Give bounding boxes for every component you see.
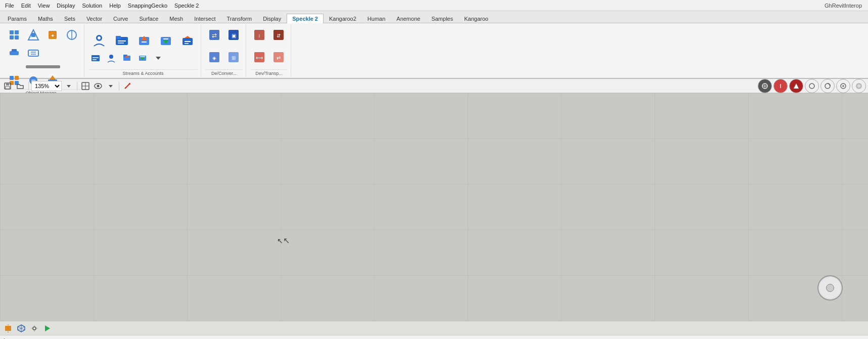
expand-icon xyxy=(153,53,163,63)
devtransp-btn-4[interactable]: ⇄ xyxy=(269,49,288,66)
svg-rect-3 xyxy=(15,35,19,39)
svg-marker-84 xyxy=(794,83,799,89)
streams-btn-1[interactable] xyxy=(88,31,110,51)
tab-params[interactable]: Params xyxy=(2,14,32,23)
devconv-btn-4[interactable]: ⊞ xyxy=(224,49,243,66)
svg-marker-36 xyxy=(185,36,191,38)
navigation-wheel[interactable] xyxy=(817,275,843,301)
canvas-area[interactable]: ↖ xyxy=(0,93,868,321)
obj-btn-4[interactable] xyxy=(63,26,81,44)
svg-text:⊞: ⊞ xyxy=(232,55,236,61)
tab-kangaroo2[interactable]: Kangaroo2 xyxy=(324,14,362,23)
rt-icon-2[interactable] xyxy=(773,79,788,93)
tab-anemone[interactable]: Anemone xyxy=(391,14,426,23)
rt-icon-5[interactable] xyxy=(820,79,835,93)
svg-marker-49 xyxy=(156,57,161,60)
group-object-management: ✦ xyxy=(2,24,84,77)
devconv-btn-1[interactable]: ⇄ xyxy=(205,26,223,44)
menu-file[interactable]: File xyxy=(2,2,17,10)
obj-icon-3: ✦ xyxy=(45,28,60,42)
devtransp-btn-3[interactable]: ⟷ xyxy=(250,49,268,66)
streams-btn-7[interactable] xyxy=(104,52,118,65)
obj-btn-2[interactable] xyxy=(24,26,42,44)
menu-view[interactable]: View xyxy=(35,2,53,10)
devtransp-btn-2[interactable]: ⇵ xyxy=(269,26,288,44)
svg-point-85 xyxy=(809,83,814,89)
obj-btn-7[interactable] xyxy=(5,63,81,71)
bottom-btn-settings[interactable] xyxy=(28,322,40,334)
devconv-btn-3[interactable]: ◈ xyxy=(205,49,223,66)
menu-speckle2[interactable]: Speckle 2 xyxy=(171,2,202,10)
bottom-btn-sun[interactable] xyxy=(2,322,14,334)
eye-button[interactable] xyxy=(93,80,104,92)
streams-icon-7 xyxy=(106,53,116,63)
bottom-btn-run[interactable] xyxy=(41,322,54,334)
streams-btn-8[interactable] xyxy=(120,52,134,65)
ribbon-tabs: Params Maths Sets Vector Curve Surface M… xyxy=(0,11,868,23)
tab-human[interactable]: Human xyxy=(362,14,391,23)
obj-btn-6[interactable] xyxy=(24,45,42,62)
dropdown-button[interactable] xyxy=(105,80,116,92)
menu-edit[interactable]: Edit xyxy=(18,2,34,10)
devconv-btn-2[interactable]: ▣ xyxy=(224,26,243,44)
bottom-btn-cube[interactable] xyxy=(15,322,27,334)
devtransp-icon-2: ⇵ xyxy=(271,28,286,42)
streams-btn-4[interactable] xyxy=(156,31,176,51)
tab-display[interactable]: Display xyxy=(257,14,287,23)
svg-rect-5 xyxy=(31,33,35,37)
rt-icon-6[interactable] xyxy=(836,79,850,93)
tab-samples[interactable]: Samples xyxy=(426,14,459,23)
toolbar-right xyxy=(758,79,866,93)
devtransp-btn-1[interactable]: ↕ xyxy=(250,26,268,44)
menu-solution[interactable]: Solution xyxy=(79,2,105,10)
tab-speckle2[interactable]: Speckle 2 xyxy=(287,14,324,23)
menu-help[interactable]: Help xyxy=(106,2,124,10)
tab-surface[interactable]: Surface xyxy=(133,14,164,23)
svg-rect-12 xyxy=(28,50,38,56)
streams-icon-1 xyxy=(91,33,107,49)
tab-mesh[interactable]: Mesh xyxy=(164,14,189,23)
streams-btn-9[interactable] xyxy=(135,52,150,65)
obj-btn-1[interactable] xyxy=(5,26,23,44)
zoom-dropdown-button[interactable] xyxy=(63,80,74,92)
svg-rect-92 xyxy=(0,93,868,321)
devconv-icon-3: ◈ xyxy=(207,50,221,64)
svg-text:⇄: ⇄ xyxy=(277,55,281,61)
svg-point-74 xyxy=(97,84,100,87)
menu-snapping-gecko[interactable]: SnappingGecko xyxy=(125,2,170,10)
streams-btn-3[interactable] xyxy=(134,31,154,51)
rt-icon-1[interactable] xyxy=(758,79,772,93)
tab-intersect[interactable]: Intersect xyxy=(189,14,221,23)
rt-icon-7[interactable] xyxy=(852,79,866,93)
obj-btn-3[interactable]: ✦ xyxy=(43,26,62,44)
svg-rect-1 xyxy=(15,30,19,34)
streams-btn-5[interactable] xyxy=(177,31,198,51)
svg-point-42 xyxy=(109,55,113,59)
group-streams-content xyxy=(88,25,198,69)
svg-text:◈: ◈ xyxy=(212,55,216,61)
tab-sets[interactable]: Sets xyxy=(59,14,81,23)
menu-display[interactable]: Display xyxy=(54,2,78,10)
save-button[interactable] xyxy=(2,80,13,92)
streams-btn-6[interactable] xyxy=(88,52,103,65)
obj-icon-2 xyxy=(26,28,40,42)
view-button[interactable] xyxy=(80,80,91,92)
tab-transform[interactable]: Transform xyxy=(221,14,257,23)
streams-icon-9 xyxy=(138,53,148,63)
obj-btn-5[interactable] xyxy=(5,45,23,62)
devtransp-icon-1: ↕ xyxy=(252,28,266,42)
tab-curve[interactable]: Curve xyxy=(108,14,133,23)
streams-btn-2[interactable] xyxy=(111,31,132,51)
streams-btn-expand[interactable] xyxy=(151,52,165,65)
rt-icon-4[interactable] xyxy=(805,79,819,93)
zoom-select[interactable]: 50% 75% 100% 135% 150% 200% xyxy=(31,81,62,91)
tab-maths[interactable]: Maths xyxy=(32,14,59,23)
toolbar-separator-3 xyxy=(119,81,119,91)
svg-rect-10 xyxy=(10,51,19,55)
rt-icon-3[interactable] xyxy=(789,79,803,93)
svg-rect-15 xyxy=(10,76,14,80)
open-button[interactable] xyxy=(15,80,26,92)
tab-kangaroo[interactable]: Kangaroo xyxy=(459,14,494,23)
pen-button[interactable] xyxy=(122,80,133,92)
tab-vector[interactable]: Vector xyxy=(81,14,108,23)
